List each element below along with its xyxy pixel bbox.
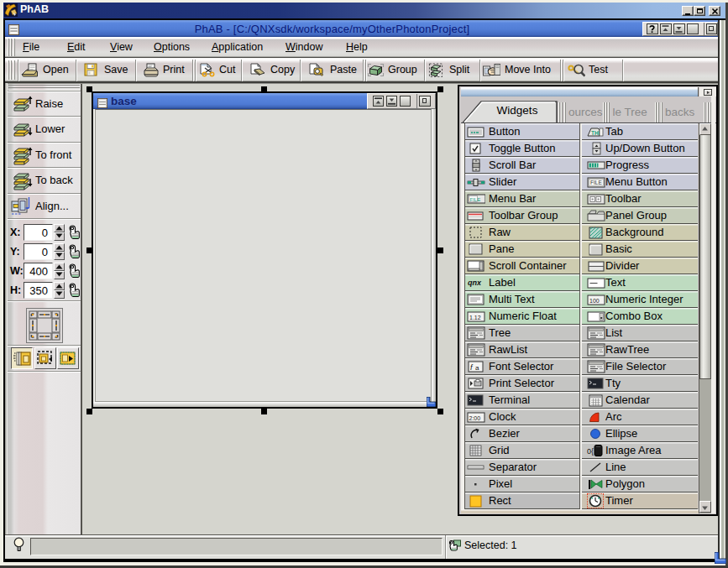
svg-text:1.12: 1.12 (469, 315, 481, 320)
svg-text:a: a (475, 364, 479, 372)
svg-text:0{: 0{ (587, 447, 594, 456)
svg-text:2:00: 2:00 (469, 415, 481, 421)
svg-text:FILE: FILE (470, 197, 481, 202)
svg-text:100: 100 (589, 298, 600, 304)
svg-text:qnx: qnx (468, 279, 482, 287)
svg-text:FILE: FILE (590, 180, 602, 185)
